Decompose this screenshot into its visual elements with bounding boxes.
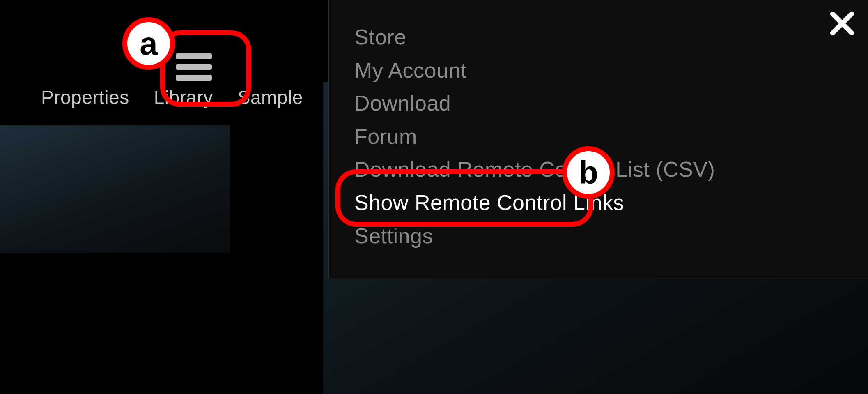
menu-item-show-remote-links[interactable]: Show Remote Control Links — [354, 186, 715, 219]
menu-item-store[interactable]: Store — [354, 21, 715, 54]
hamburger-menu-button[interactable] — [176, 53, 212, 81]
menu-item-download[interactable]: Download — [354, 87, 715, 120]
menu-close-button[interactable] — [828, 9, 857, 38]
menu-items: Store My Account Download Forum Download… — [354, 21, 715, 252]
menu-item-forum[interactable]: Forum — [354, 120, 715, 153]
menu-sheet: Store My Account Download Forum Download… — [328, 0, 868, 279]
close-icon — [828, 9, 857, 38]
menu-item-my-account[interactable]: My Account — [354, 54, 715, 87]
hamburger-icon — [176, 75, 212, 81]
annotation-a-label: a — [122, 17, 175, 70]
menu-item-download-remote-csv[interactable]: Download Remote Control List (CSV) — [354, 153, 715, 186]
tab-sample[interactable]: Sample — [238, 86, 303, 108]
right-screenshot: Store My Account Download Forum Download… — [323, 0, 868, 394]
tabs-row: Properties Library Sample — [41, 86, 303, 108]
hamburger-icon — [176, 64, 212, 70]
left-screenshot: Properties Library Sample a — [0, 0, 323, 394]
tab-library[interactable]: Library — [154, 86, 213, 108]
hamburger-icon — [176, 53, 212, 59]
content-gradient-area — [0, 125, 230, 253]
menu-item-settings[interactable]: Settings — [354, 219, 715, 253]
tab-properties[interactable]: Properties — [41, 86, 129, 108]
